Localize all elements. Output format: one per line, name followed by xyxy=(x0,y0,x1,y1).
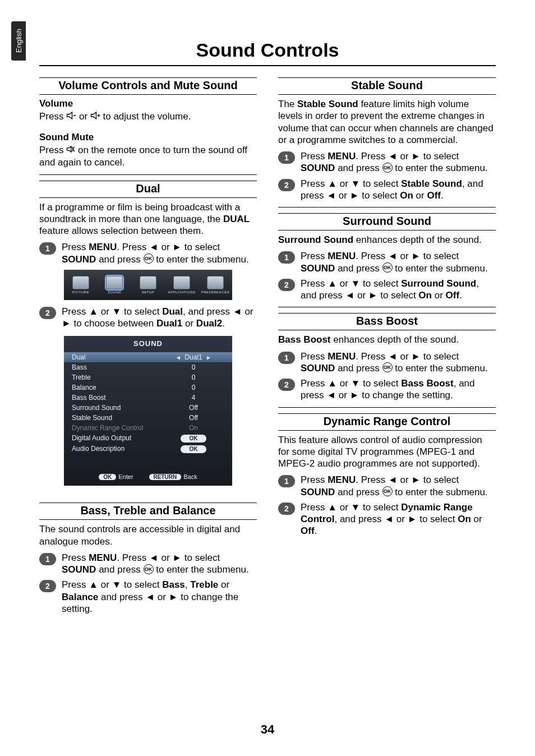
osd-row-label: Surround Sound xyxy=(72,404,163,412)
heading-stable-sound: Stable Sound xyxy=(278,77,496,95)
osd-row-label: Audio Description xyxy=(72,445,163,453)
step-badge-2: 2 xyxy=(39,580,56,592)
subheading-volume: Volume xyxy=(39,98,257,109)
step-badge-2: 2 xyxy=(278,179,295,191)
surround-step-1: 1 Press MENU. Press ◄ or ► to select SOU… xyxy=(278,250,496,274)
btb-intro: The sound controls are accessible in dig… xyxy=(39,523,257,547)
ok-icon: OK xyxy=(144,564,154,574)
btb-step-2: 2 Press ▲ or ▼ to select Bass, Treble or… xyxy=(39,579,257,615)
ok-icon: OK xyxy=(382,362,393,372)
page-title: Sound Controls xyxy=(0,39,535,61)
menubar-applications: APPLICATIONS xyxy=(165,270,199,300)
osd-row-value: 0 xyxy=(163,363,224,371)
heading-bass-treble-balance: Bass, Treble and Balance xyxy=(39,503,257,520)
divider xyxy=(39,174,257,175)
stable-intro: The Stable Sound feature limits high vol… xyxy=(278,98,496,146)
osd-row-value: OK xyxy=(163,445,224,453)
ok-icon: OK xyxy=(382,262,393,273)
step-badge-2: 2 xyxy=(278,379,295,391)
heading-bass-boost: Bass Boost xyxy=(278,313,496,330)
title-underline xyxy=(39,65,496,66)
osd-row-label: Dual xyxy=(72,353,163,361)
subheading-mute: Sound Mute xyxy=(39,132,257,143)
step-badge-1: 1 xyxy=(39,242,56,255)
step-badge-2: 2 xyxy=(39,307,56,319)
mute-text: Press on the remote once to turn the sou… xyxy=(39,144,257,168)
ok-icon: OK xyxy=(382,163,393,173)
osd-row-value: Off xyxy=(163,404,224,412)
osd-row-value: 0 xyxy=(163,384,224,391)
divider xyxy=(278,307,496,307)
bassboost-step-1: 1 Press MENU. Press ◄ or ► to select SOU… xyxy=(278,351,496,375)
osd-row: Stable SoundOff xyxy=(64,413,232,423)
step-badge-2: 2 xyxy=(278,503,295,515)
menubar-preferences: PREFERENCES xyxy=(199,270,232,300)
osd-row: Digital Audio OutputOK xyxy=(64,433,232,444)
osd-row: Bass0 xyxy=(64,362,232,372)
osd-row: Bass Boost4 xyxy=(64,393,232,403)
menubar-picture: PICTURE xyxy=(64,270,98,300)
svg-rect-2 xyxy=(98,114,99,117)
osd-row-value: Off xyxy=(163,414,224,422)
drc-step-1: 1 Press MENU. Press ◄ or ► to select SOU… xyxy=(278,474,496,498)
osd-row-label: Bass xyxy=(72,363,163,371)
osd-row-label: Balance xyxy=(72,384,163,391)
osd-footer: OKEnter RETURNBack xyxy=(64,473,232,480)
osd-row-label: Stable Sound xyxy=(72,414,163,422)
osd-title: SOUND xyxy=(64,336,232,352)
menubar-setup: SETUP xyxy=(131,270,165,300)
osd-row-value: 4 xyxy=(163,394,224,402)
drc-step-2: 2 Press ▲ or ▼ to select Dynamic Range C… xyxy=(278,501,496,537)
osd-row-value: ◄ Dual1 ► xyxy=(163,353,224,361)
step-badge-1: 1 xyxy=(39,553,56,565)
step-badge-1: 1 xyxy=(278,151,295,164)
menubar-graphic: PICTURE SOUND SETUP APPLICATIONS PREFERE… xyxy=(64,270,232,300)
sound-osd: SOUND Dual◄ Dual1 ►Bass0Treble0Balance0B… xyxy=(64,336,232,486)
step-badge-2: 2 xyxy=(278,279,295,291)
dual-step-1: 1 Press MENU. Press ◄ or ► to select SOU… xyxy=(39,241,257,265)
osd-row: Balance0 xyxy=(64,382,232,393)
page-number: 34 xyxy=(0,722,535,737)
bassboost-intro: Bass Boost enhances depth of the sound. xyxy=(278,334,496,345)
heading-volume-mute: Volume Controls and Mute Sound xyxy=(39,77,257,95)
menubar-sound: SOUND xyxy=(98,270,131,300)
surround-intro: Surround Sound enhances depth of the sou… xyxy=(278,234,496,246)
stable-step-1: 1 Press MENU. Press ◄ or ► to select SOU… xyxy=(278,150,496,174)
osd-row-value: OK xyxy=(163,434,224,442)
heading-dynamic-range-control: Dynamic Range Control xyxy=(278,413,496,431)
osd-row-label: Dynamic Range Control xyxy=(72,424,163,432)
osd-row: Audio DescriptionOK xyxy=(64,444,232,454)
osd-row-value: 0 xyxy=(163,374,224,381)
volume-up-icon xyxy=(90,110,100,122)
volume-text: Press or to adjust the volume. xyxy=(39,110,257,123)
bassboost-step-2: 2 Press ▲ or ▼ to select Bass Boost, and… xyxy=(278,377,496,402)
svg-rect-0 xyxy=(73,115,76,116)
right-column: Stable Sound The Stable Sound feature li… xyxy=(278,72,496,618)
step-badge-1: 1 xyxy=(278,475,295,487)
dual-intro: If a programme or film is being broadcas… xyxy=(39,201,257,237)
step-badge-1: 1 xyxy=(278,251,295,264)
mute-icon xyxy=(66,144,75,156)
ok-icon: OK xyxy=(382,486,393,496)
stable-step-2: 2 Press ▲ or ▼ to select Stable Sound, a… xyxy=(278,178,496,202)
osd-row-label: Digital Audio Output xyxy=(72,434,163,442)
left-column: Volume Controls and Mute Sound Volume Pr… xyxy=(39,72,257,618)
step-badge-1: 1 xyxy=(278,352,295,364)
osd-row-label: Bass Boost xyxy=(72,394,163,402)
volume-down-icon xyxy=(66,110,76,122)
osd-row: Dynamic Range ControlOn xyxy=(64,423,232,433)
osd-row: Treble0 xyxy=(64,372,232,382)
osd-row-label: Treble xyxy=(72,374,163,381)
osd-row: Surround SoundOff xyxy=(64,403,232,413)
drc-intro: This feature allows control of audio com… xyxy=(278,434,496,470)
divider xyxy=(278,207,496,208)
btb-step-1: 1 Press MENU. Press ◄ or ► to select SOU… xyxy=(39,552,257,576)
dual-step-2: 2 Press ▲ or ▼ to select Dual, and press… xyxy=(39,306,257,330)
heading-dual: Dual xyxy=(39,181,257,198)
osd-row: Dual◄ Dual1 ► xyxy=(64,352,232,362)
surround-step-2: 2 Press ▲ or ▼ to select Surround Sound,… xyxy=(278,278,496,302)
divider xyxy=(278,407,496,408)
osd-row-value: On xyxy=(163,424,224,432)
heading-surround-sound: Surround Sound xyxy=(278,213,496,231)
ok-icon: OK xyxy=(144,253,154,264)
